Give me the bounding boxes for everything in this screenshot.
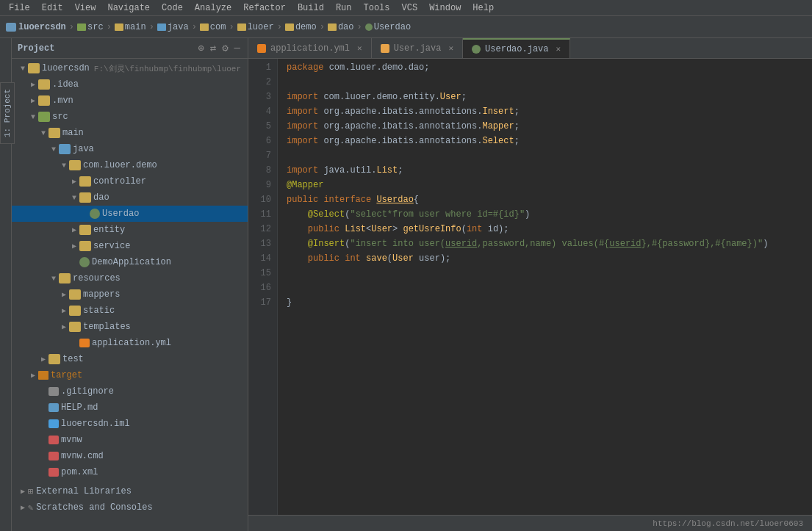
arrow-target: ▶ bbox=[28, 371, 38, 380]
tree-item-mvn[interactable]: ▶ .mvn bbox=[12, 93, 248, 109]
sep2: › bbox=[107, 22, 112, 32]
label-userdao: Userdao bbox=[102, 209, 139, 219]
menu-navigate[interactable]: Navigate bbox=[101, 1, 156, 15]
tree-item-java[interactable]: ▼ java bbox=[12, 141, 248, 157]
menu-code[interactable]: Code bbox=[156, 1, 189, 15]
tree-item-com-luoer-demo[interactable]: ▼ com.luoer.demo bbox=[12, 157, 248, 173]
menu-build[interactable]: Build bbox=[292, 1, 330, 15]
tree-item-iml[interactable]: luoercsdn.iml bbox=[12, 416, 248, 432]
breadcrumb-luoer[interactable]: luoer bbox=[248, 22, 274, 32]
close-user[interactable]: ✕ bbox=[448, 43, 453, 53]
arrow-mappers: ▶ bbox=[59, 290, 69, 299]
tree-item-pomxml[interactable]: pom.xml bbox=[12, 464, 248, 480]
tree-item-ext-lib[interactable]: ▶ ⊞ External Libraries bbox=[12, 483, 248, 499]
tab-application-yml[interactable]: application.yml ✕ bbox=[248, 38, 372, 58]
tree-item-demo-app[interactable]: DemoApplication bbox=[12, 254, 248, 270]
luoercsdn-folder-icon bbox=[28, 63, 40, 73]
hide-icon[interactable]: — bbox=[233, 40, 242, 56]
breadcrumb-dao[interactable]: dao bbox=[338, 22, 354, 32]
breadcrumb-main[interactable]: main bbox=[125, 22, 146, 32]
close-appyml[interactable]: ✕ bbox=[357, 43, 362, 53]
breadcrumb-root[interactable]: luoercsdn bbox=[18, 22, 66, 32]
tree-item-resources[interactable]: ▼ resources bbox=[12, 270, 248, 286]
close-userdao[interactable]: ✕ bbox=[556, 44, 561, 54]
dao-folder-icon bbox=[328, 24, 337, 31]
menu-file[interactable]: File bbox=[3, 1, 36, 15]
tree-item-userdao[interactable]: Userdao bbox=[12, 206, 248, 222]
code-content[interactable]: package com.luoer.demo.dao; import com.l… bbox=[278, 59, 812, 515]
label-java: java bbox=[73, 144, 94, 154]
sep6: › bbox=[277, 22, 282, 32]
controller-folder-icon bbox=[79, 176, 91, 187]
tree-item-luoercsdn[interactable]: ▼ luoercsdn F:\剑灵\finhubmp\finhubmp\luoe… bbox=[12, 60, 248, 76]
tree-item-service[interactable]: ▶ service bbox=[12, 238, 248, 254]
tree-item-target[interactable]: ▶ target bbox=[12, 367, 248, 383]
gitignore-icon bbox=[48, 387, 59, 396]
entity-folder-icon bbox=[79, 225, 91, 235]
arrow-dao: ▼ bbox=[69, 194, 79, 202]
menu-tools[interactable]: Tools bbox=[358, 1, 396, 15]
label-service: service bbox=[93, 241, 130, 251]
settings-icon[interactable]: ⚙ bbox=[220, 40, 229, 56]
menu-view[interactable]: View bbox=[69, 1, 102, 15]
tree-item-test[interactable]: ▶ test bbox=[12, 351, 248, 367]
menu-window[interactable]: Window bbox=[423, 1, 467, 15]
code-line-3: import com.luoer.demo.entity.User; bbox=[287, 90, 812, 104]
tree-item-entity[interactable]: ▶ entity bbox=[12, 222, 248, 238]
arrow-src: ▼ bbox=[28, 113, 38, 121]
tree-item-mappers[interactable]: ▶ mappers bbox=[12, 286, 248, 303]
breadcrumb-com[interactable]: com bbox=[210, 22, 226, 32]
file-tree: ▼ luoercsdn F:\剑灵\finhubmp\finhubmp\luoe… bbox=[12, 59, 248, 531]
resources-folder-icon bbox=[59, 273, 71, 283]
demo-folder-icon bbox=[285, 24, 294, 31]
code-line-6: import org.apache.ibatis.annotations.Sel… bbox=[287, 134, 812, 148]
project-tab[interactable]: 1: Project bbox=[0, 82, 15, 144]
tree-item-main[interactable]: ▼ main bbox=[12, 125, 248, 141]
tree-item-templates[interactable]: ▶ templates bbox=[12, 319, 248, 335]
menu-refactor[interactable]: Refactor bbox=[237, 1, 292, 15]
label-scratches: Scratches and Consoles bbox=[36, 502, 152, 513]
tab-label-user: User.java bbox=[394, 43, 442, 54]
sep3: › bbox=[149, 22, 154, 32]
code-line-16 bbox=[287, 281, 812, 295]
userdao-interface-icon bbox=[365, 24, 373, 31]
code-editor: 1 2 3 4 5 6 7 8 9 10 11 12 13 14 15 16 1… bbox=[248, 59, 812, 515]
label-resources: resources bbox=[73, 273, 121, 283]
breadcrumb-java[interactable]: java bbox=[168, 22, 189, 32]
menu-edit[interactable]: Edit bbox=[36, 1, 69, 15]
tree-item-dao[interactable]: ▼ dao bbox=[12, 189, 248, 206]
menu-analyze[interactable]: Analyze bbox=[189, 1, 237, 15]
line-numbers: 1 2 3 4 5 6 7 8 9 10 11 12 13 14 15 16 1… bbox=[248, 59, 278, 515]
sync-icon[interactable]: ⇄ bbox=[209, 40, 218, 56]
tree-item-appyml[interactable]: application.yml bbox=[12, 335, 248, 351]
arrow-java: ▼ bbox=[48, 145, 59, 153]
idea-folder-icon bbox=[38, 79, 50, 90]
menu-vcs[interactable]: VCS bbox=[396, 1, 424, 15]
menu-run[interactable]: Run bbox=[330, 1, 358, 15]
label-templates: templates bbox=[83, 322, 131, 332]
tree-item-controller[interactable]: ▶ controller bbox=[12, 173, 248, 189]
breadcrumb-src[interactable]: src bbox=[87, 22, 104, 32]
tab-user-java[interactable]: User.java ✕ bbox=[372, 38, 463, 58]
tree-item-mvnw-cmd[interactable]: mvnw.cmd bbox=[12, 448, 248, 464]
tree-item-helpmd[interactable]: HELP.md bbox=[12, 400, 248, 416]
arrow-service: ▶ bbox=[69, 242, 79, 250]
label-mvn: .mvn bbox=[52, 95, 73, 106]
tree-item-gitignore[interactable]: .gitignore bbox=[12, 383, 248, 400]
label-target: target bbox=[51, 370, 82, 380]
code-line-2 bbox=[287, 75, 812, 90]
breadcrumb-userdao[interactable]: Userdao bbox=[374, 22, 411, 32]
tree-item-mvnw[interactable]: mvnw bbox=[12, 432, 248, 448]
sidebar-header: Project ⊕ ⇄ ⚙ — bbox=[12, 38, 248, 59]
add-icon[interactable]: ⊕ bbox=[196, 40, 205, 56]
tab-userdao-java[interactable]: Userdao.java ✕ bbox=[463, 38, 570, 58]
tree-item-idea[interactable]: ▶ .idea bbox=[12, 76, 248, 93]
tree-item-scratches[interactable]: ▶ ✎ Scratches and Consoles bbox=[12, 499, 248, 516]
ln-8: 8 bbox=[248, 163, 271, 178]
toolbar: luoercsdn › src › main › java › com › lu… bbox=[0, 16, 812, 38]
tree-item-src[interactable]: ▼ src bbox=[12, 109, 248, 125]
tree-item-static[interactable]: ▶ static bbox=[12, 303, 248, 319]
menu-help[interactable]: Help bbox=[467, 1, 500, 15]
sidebar-actions: ⊕ ⇄ ⚙ — bbox=[196, 40, 242, 56]
breadcrumb-demo[interactable]: demo bbox=[295, 22, 317, 32]
